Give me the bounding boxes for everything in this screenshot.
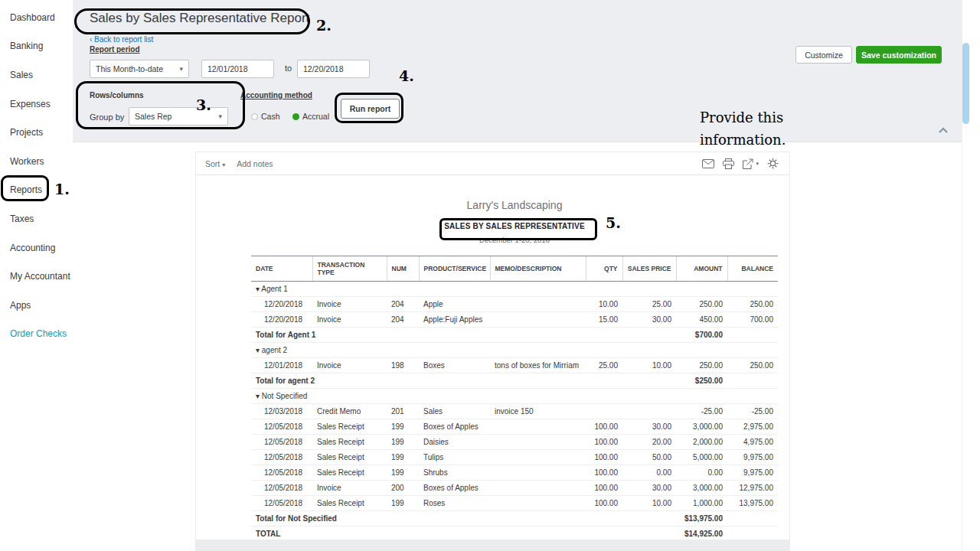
table-row: 12/05/2018Sales Receipt199Shrubs100.000.… (251, 465, 778, 481)
sidebar-item-order-checks[interactable]: Order Checks (0, 320, 73, 349)
card-bottom-strip (196, 540, 789, 550)
sidebar-item-reports[interactable]: Reports (0, 176, 73, 205)
cell: -25.00 (676, 404, 727, 419)
table-cell (727, 373, 778, 389)
email-button[interactable] (702, 159, 714, 168)
column-header-qty: QTY (586, 256, 622, 282)
sidebar-item-workers[interactable]: Workers (0, 147, 73, 176)
column-header-memo-description: MEMO/DESCRIPTION (490, 256, 586, 282)
sidebar-item-my-accountant[interactable]: My Accountant (0, 262, 73, 291)
sidebar-nav: DashboardBankingSalesExpensesProjectsWor… (0, 3, 73, 348)
accounting-method-label: Accounting method (240, 91, 312, 99)
report-settings-button[interactable] (767, 158, 779, 169)
print-button[interactable] (723, 158, 734, 169)
table-row: 12/03/2018Credit Memo201Salesinvoice 150… (251, 404, 778, 419)
cell: 100.00 (586, 496, 622, 511)
table-row: 12/20/2018Invoice204Apple10.0025.00250.0… (251, 297, 778, 312)
email-icon (702, 159, 714, 168)
sidebar-item-expenses[interactable]: Expenses (0, 90, 73, 119)
sidebar-item-dashboard[interactable]: Dashboard (0, 3, 73, 32)
group-header-row[interactable]: ▾ Agent 1 (251, 282, 778, 297)
sidebar-item-accounting[interactable]: Accounting (0, 233, 73, 262)
cell: 100.00 (586, 465, 622, 481)
cell: 5,000.00 (676, 450, 727, 465)
back-to-report-list-link[interactable]: ‹ Back to report list (90, 35, 153, 44)
cell: 9,975.00 (727, 465, 778, 481)
cell: 3,000.00 (676, 481, 727, 496)
table-row: 12/20/2018Invoice204Apple:Fuji Apples15.… (251, 312, 778, 328)
cell: 15.00 (586, 312, 622, 328)
cell: Tulips (419, 450, 490, 465)
chevron-down-icon: ▾ (222, 161, 225, 168)
end-date-input[interactable] (297, 60, 370, 78)
report-title: SALES BY SALES REPRESENTATIVE (251, 221, 778, 231)
cell: 700.00 (727, 312, 778, 328)
report-period-select[interactable]: This Month-to-date▾ (90, 60, 189, 78)
cell: Boxes of Apples (419, 481, 490, 496)
cell (490, 450, 586, 465)
cell: 199 (387, 419, 419, 435)
run-report-button[interactable]: Run report (341, 99, 400, 119)
cell: -25.00 (727, 404, 778, 419)
collapse-panel-chevron-up-icon[interactable] (937, 125, 949, 137)
cell: 201 (387, 404, 419, 419)
add-notes-button[interactable]: Add notes (237, 159, 273, 168)
customize-button[interactable]: Customize (795, 46, 852, 64)
group-total-label: Total for Agent 1 (251, 328, 586, 343)
cell: tons of boxes for Mirriam (490, 358, 586, 373)
cell: 30.00 (622, 419, 676, 435)
cell: Boxes of Apples (419, 419, 490, 435)
table-row: 12/01/2018Invoice198Boxestons of boxes f… (251, 358, 778, 373)
cell: Sales Receipt (312, 496, 387, 511)
sort-button[interactable]: Sort ▾ (205, 159, 225, 168)
column-header-transaction-type: TRANSACTION TYPE (312, 256, 387, 282)
cell: 100.00 (586, 450, 622, 465)
scrollbar-thumb[interactable] (962, 43, 969, 124)
cell: Sales Receipt (312, 450, 387, 465)
report-toolbar: Sort ▾ Add notes ▾ (196, 152, 789, 175)
group-header-row[interactable]: ▾ Not Specified (251, 389, 778, 404)
cell: Sales Receipt (312, 419, 387, 435)
group-name: ▾ Not Specified (251, 389, 778, 404)
start-date-input[interactable] (201, 60, 274, 78)
sidebar-item-sales[interactable]: Sales (0, 60, 73, 90)
column-header-sales-price: SALES PRICE (622, 256, 676, 282)
group-total-label: Total for agent 2 (251, 373, 586, 389)
accrual-radio[interactable]: Accrual (292, 112, 329, 121)
cell: 4,975.00 (727, 435, 778, 450)
cell: 12/03/2018 (251, 404, 312, 419)
export-button[interactable]: ▾ (743, 158, 759, 169)
cell: invoice 150 (490, 404, 586, 419)
report-card: Sort ▾ Add notes ▾ Larry's Landscaping S… (195, 152, 790, 551)
group-total-amount: $250.00 (676, 373, 727, 389)
cell: 12/05/2018 (251, 465, 312, 481)
cell: 250.00 (727, 358, 778, 373)
table-cell (622, 511, 676, 527)
cell: Daisies (419, 435, 490, 450)
group-by-label: Group by (90, 112, 124, 122)
group-total-amount: $700.00 (676, 328, 727, 343)
group-by-select[interactable]: Sales Rep▾ (129, 107, 228, 126)
cell (490, 496, 586, 511)
sidebar-item-projects[interactable]: Projects (0, 118, 73, 147)
cell: 450.00 (676, 312, 727, 328)
save-customization-button[interactable]: Save customization (856, 46, 942, 64)
cell: 12/05/2018 (251, 450, 312, 465)
table-cell (622, 373, 676, 389)
sidebar: DashboardBankingSalesExpensesProjectsWor… (0, 0, 73, 551)
table-cell (727, 328, 778, 343)
sidebar-item-apps[interactable]: Apps (0, 291, 73, 320)
radio-off-icon (251, 113, 258, 120)
page-title: Sales by Sales Representative Report (90, 11, 309, 26)
date-range-to-label: to (285, 64, 292, 73)
sidebar-item-banking[interactable]: Banking (0, 32, 73, 61)
table-row: 12/05/2018Invoice200Boxes of Apples100.0… (251, 481, 778, 496)
gear-icon (767, 158, 779, 169)
cell (490, 465, 586, 481)
cell: Invoice (312, 358, 387, 373)
cell: 100.00 (586, 481, 622, 496)
group-header-row[interactable]: ▾ agent 2 (251, 343, 778, 358)
cell (622, 404, 676, 419)
cash-radio[interactable]: Cash (251, 112, 280, 121)
sidebar-item-taxes[interactable]: Taxes (0, 204, 73, 233)
